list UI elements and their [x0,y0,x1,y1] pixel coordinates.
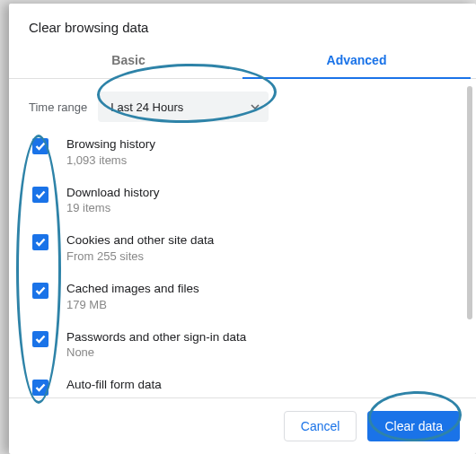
tab-bar: Basic Advanced [9,44,476,79]
item-sub: 19 items [66,200,160,216]
checkbox-autofill[interactable] [32,380,48,396]
tab-advanced[interactable]: Advanced [242,44,471,78]
dialog-footer: Cancel Clear data [9,397,476,454]
item-title: Auto-fill form data [66,378,162,391]
list-item: Auto-fill form data [32,378,462,396]
chevron-down-icon [251,104,260,109]
dialog-body: Time range Last 24 Hours Browsing histor… [9,79,476,397]
list-item: Passwords and other sign-in data None [32,329,462,362]
scrollbar[interactable] [467,86,472,319]
cancel-button[interactable]: Cancel [284,411,357,441]
checkbox-cookies[interactable] [32,234,48,250]
checkbox-browsing-history[interactable] [32,138,48,154]
item-sub: From 255 sites [66,249,214,265]
checkbox-cached[interactable] [32,283,48,299]
time-range-value: Last 24 Hours [110,100,183,114]
checkbox-passwords[interactable] [32,331,48,347]
list-item: Cookies and other site data From 255 sit… [32,232,462,265]
item-sub: 179 MB [66,297,199,313]
tab-basic[interactable]: Basic [14,44,242,78]
list-item: Browsing history 1,093 items [32,136,462,169]
dialog-title: Clear browsing data [9,20,476,44]
item-title: Passwords and other sign-in data [66,329,246,345]
checkbox-list: Browsing history 1,093 items Download hi… [29,136,462,396]
item-sub: 1,093 items [66,153,155,169]
clear-browsing-data-dialog: Clear browsing data Basic Advanced Time … [9,4,476,454]
clear-data-button[interactable]: Clear data [367,411,460,441]
time-range-select[interactable]: Last 24 Hours [98,92,269,122]
item-title: Browsing history [66,136,155,153]
checkbox-download-history[interactable] [32,187,48,203]
item-title: Cached images and files [66,281,199,297]
item-title: Cookies and other site data [66,232,214,249]
time-range-row: Time range Last 24 Hours [29,92,462,122]
time-range-label: Time range [29,100,87,114]
item-sub: None [66,345,246,361]
list-item: Cached images and files 179 MB [32,281,462,313]
list-item: Download history 19 items [32,185,462,217]
item-title: Download history [66,185,160,201]
